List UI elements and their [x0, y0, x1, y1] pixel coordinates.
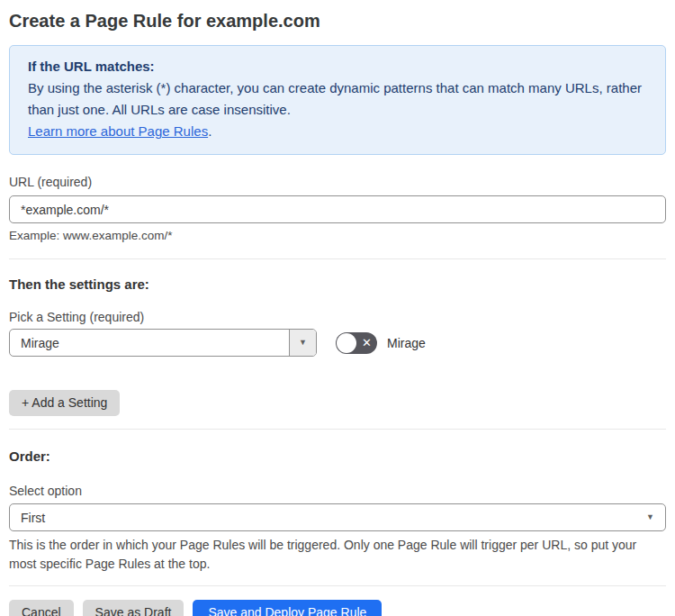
- order-section-heading: Order:: [9, 448, 666, 465]
- save-as-draft-button[interactable]: Save as Draft: [83, 600, 184, 616]
- order-helper-text: This is the order in which your Page Rul…: [9, 536, 657, 574]
- mirage-toggle[interactable]: ✕: [336, 332, 377, 354]
- pick-setting-label: Pick a Setting (required): [9, 310, 666, 325]
- settings-section-heading: Then the settings are:: [9, 276, 666, 293]
- info-box-heading: If the URL matches:: [28, 56, 647, 77]
- divider: [9, 429, 666, 430]
- toggle-setting-label: Mirage: [387, 336, 426, 350]
- info-box-link-line: Learn more about Page Rules.: [28, 121, 647, 142]
- url-field-label: URL (required): [9, 175, 666, 190]
- chevron-down-icon: ▼: [646, 513, 654, 521]
- actions-row: Cancel Save as Draft Save and Deploy Pag…: [9, 600, 666, 616]
- link-period: .: [208, 123, 212, 139]
- setting-row: Mirage ▼ ✕ Mirage: [9, 329, 666, 357]
- x-icon: ✕: [356, 332, 377, 354]
- url-example-helper: Example: www.example.com/*: [9, 229, 666, 243]
- order-select-label: Select option: [9, 484, 666, 499]
- chevron-down-icon: ▼: [299, 339, 307, 347]
- divider: [9, 258, 666, 259]
- divider: [9, 585, 666, 586]
- page-title: Create a Page Rule for example.com: [9, 9, 666, 32]
- add-setting-button[interactable]: + Add a Setting: [9, 390, 120, 416]
- setting-select-arrow-button[interactable]: ▼: [289, 330, 316, 356]
- url-input[interactable]: [9, 195, 666, 223]
- learn-more-link[interactable]: Learn more about Page Rules: [28, 123, 208, 139]
- setting-select[interactable]: Mirage ▼: [9, 329, 317, 357]
- setting-select-value: Mirage: [10, 330, 289, 356]
- order-select-value: First: [21, 511, 45, 525]
- toggle-knob: [337, 333, 356, 353]
- url-match-info-box: If the URL matches: By using the asteris…: [9, 45, 666, 155]
- save-and-deploy-button[interactable]: Save and Deploy Page Rule: [193, 600, 382, 616]
- order-select[interactable]: First ▼: [9, 503, 666, 531]
- create-page-rule-form: Create a Page Rule for example.com If th…: [0, 0, 675, 616]
- cancel-button[interactable]: Cancel: [9, 600, 74, 616]
- info-box-body: By using the asterisk (*) character, you…: [28, 77, 647, 121]
